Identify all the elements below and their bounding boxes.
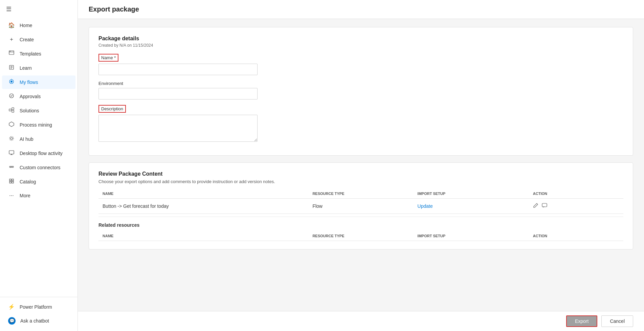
- sidebar-item-label: Desktop flow activity: [20, 151, 63, 156]
- update-link[interactable]: Update: [418, 203, 433, 209]
- svg-rect-0: [9, 51, 14, 54]
- learn-icon: [8, 65, 15, 71]
- review-package-desc: Choose your export options and add comme…: [98, 179, 623, 184]
- sidebar-item-label: My flows: [20, 80, 38, 85]
- create-icon: ＋: [8, 36, 15, 43]
- related-col-name: NAME: [98, 231, 308, 241]
- related-col-import-setup: IMPORT SETUP: [414, 231, 529, 241]
- ai-hub-icon: [8, 136, 15, 142]
- sidebar-item-label: Custom connectors: [20, 165, 61, 170]
- svg-point-15: [10, 137, 13, 139]
- related-col-action: ACTION: [529, 231, 623, 241]
- description-form-group: Description: [98, 105, 623, 142]
- svg-marker-14: [9, 122, 14, 127]
- comment-icon[interactable]: [542, 203, 547, 209]
- sidebar-item-process-mining[interactable]: Process mining: [2, 118, 75, 132]
- desktop-flow-activity-icon: [8, 150, 15, 157]
- col-header-import-setup: IMPORT SETUP: [414, 189, 529, 199]
- row-action: [529, 199, 623, 214]
- package-details-card: Package details Created by N/A on 11/15/…: [89, 27, 633, 156]
- sidebar-item-my-flows[interactable]: My flows: [2, 75, 75, 89]
- sidebar-item-label: AI hub: [20, 136, 33, 142]
- svg-rect-24: [9, 181, 11, 183]
- col-header-action: ACTION: [529, 189, 623, 199]
- row-resource-type: Flow: [308, 199, 413, 214]
- sidebar-item-label: Approvals: [20, 94, 41, 99]
- related-col-resource-type: RESOURCE TYPE: [308, 231, 413, 241]
- sidebar-item-learn[interactable]: Learn: [2, 61, 75, 75]
- environment-form-group: Environment: [98, 81, 623, 100]
- power-platform-icon: ⚡: [8, 304, 15, 310]
- row-name: Button -> Get forecast for today: [98, 199, 308, 214]
- svg-rect-11: [9, 109, 11, 111]
- process-mining-icon: [8, 122, 15, 128]
- page-title: Export package: [89, 5, 633, 13]
- sidebar-item-home[interactable]: 🏠 Home: [2, 19, 75, 32]
- col-header-name: NAME: [98, 189, 308, 199]
- col-header-resource-type: RESOURCE TYPE: [308, 189, 413, 199]
- description-textarea[interactable]: [98, 115, 258, 142]
- sidebar-item-ai-hub[interactable]: AI hub: [2, 132, 75, 146]
- sidebar-item-more[interactable]: ··· More: [2, 189, 75, 202]
- review-package-table: NAME RESOURCE TYPE IMPORT SETUP ACTION B…: [98, 189, 623, 214]
- export-button[interactable]: Export: [566, 315, 597, 327]
- svg-rect-23: [12, 179, 14, 181]
- svg-rect-13: [12, 110, 14, 112]
- svg-point-7: [10, 81, 13, 83]
- sidebar-item-label: Power Platform: [20, 304, 52, 310]
- catalog-icon: [8, 178, 15, 185]
- sidebar-item-solutions[interactable]: Solutions: [2, 104, 75, 117]
- svg-rect-25: [12, 181, 14, 183]
- svg-rect-26: [542, 203, 547, 207]
- sidebar-item-create[interactable]: ＋ Create: [2, 32, 75, 46]
- sidebar-item-label: Learn: [20, 65, 32, 71]
- svg-rect-17: [9, 151, 14, 154]
- approvals-icon: [8, 93, 15, 100]
- environment-label: Environment: [98, 81, 123, 86]
- sidebar-item-custom-connectors[interactable]: Custom connectors: [2, 161, 75, 174]
- review-package-card: Review Package Content Choose your expor…: [89, 162, 633, 249]
- sidebar-item-approvals[interactable]: Approvals: [2, 90, 75, 103]
- hamburger-icon[interactable]: ☰: [0, 0, 77, 18]
- chatbot-icon: 💬: [8, 317, 16, 325]
- related-resources-table: NAME RESOURCE TYPE IMPORT SETUP ACTION: [98, 231, 623, 241]
- sidebar-item-power-platform[interactable]: ⚡ Power Platform: [2, 300, 75, 313]
- sidebar-item-label: Process mining: [20, 122, 52, 128]
- cancel-button[interactable]: Cancel: [601, 315, 633, 327]
- svg-point-10: [9, 94, 14, 98]
- svg-point-16: [9, 136, 14, 140]
- sidebar-item-label: Home: [20, 23, 32, 28]
- custom-connectors-icon: [8, 164, 15, 171]
- action-icons: [533, 203, 619, 209]
- name-label: Name *: [98, 54, 118, 62]
- section-divider: [98, 217, 623, 217]
- solutions-icon: [8, 107, 15, 114]
- package-details-heading: Package details: [98, 36, 623, 42]
- sidebar-item-label: Ask a chatbot: [20, 318, 49, 324]
- edit-icon[interactable]: [533, 203, 538, 209]
- name-form-group: Name *: [98, 54, 623, 75]
- svg-point-20: [9, 166, 11, 168]
- more-icon: ···: [8, 193, 15, 199]
- sidebar-item-catalog[interactable]: Catalog: [2, 175, 75, 189]
- review-package-heading: Review Package Content: [98, 171, 623, 177]
- sidebar-item-label: Create: [20, 37, 34, 42]
- footer-bar: Export Cancel: [78, 311, 644, 331]
- sidebar-item-templates[interactable]: Templates: [2, 47, 75, 61]
- sidebar-item-label: More: [20, 193, 30, 198]
- sidebar-item-desktop-flow-activity[interactable]: Desktop flow activity: [2, 147, 75, 160]
- svg-rect-22: [9, 179, 11, 181]
- home-icon: 🏠: [8, 22, 15, 28]
- package-details-subtitle: Created by N/A on 11/15/2024: [98, 43, 623, 48]
- name-input[interactable]: [98, 64, 258, 75]
- templates-icon: [8, 50, 15, 57]
- sidebar-item-label: Catalog: [20, 179, 36, 184]
- environment-input[interactable]: [98, 88, 258, 100]
- sidebar-item-ask-chatbot[interactable]: 💬 Ask a chatbot: [2, 314, 75, 328]
- sidebar-item-label: Templates: [20, 51, 41, 57]
- sidebar: ☰ 🏠 Home ＋ Create Templates Learn My flo…: [0, 0, 78, 331]
- sidebar-item-label: Solutions: [20, 108, 39, 113]
- my-flows-icon: [8, 79, 15, 86]
- table-row: Button -> Get forecast for today Flow Up…: [98, 199, 623, 214]
- main-content: Export package Package details Created b…: [78, 0, 644, 331]
